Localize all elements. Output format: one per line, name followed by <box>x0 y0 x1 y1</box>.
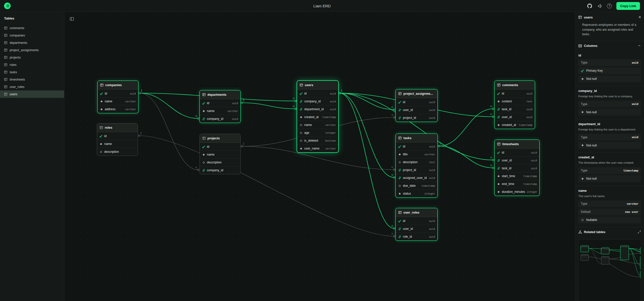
column-type: uuid <box>526 92 532 95</box>
minimap-table-user_roles <box>640 271 641 278</box>
erd-column-user_roles-role_id[interactable]: role_iduuid <box>396 233 437 240</box>
column-type: uuid <box>429 169 435 172</box>
erd-column-tasks-title[interactable]: titlevarchar <box>396 150 437 158</box>
erd-table-project_assignments[interactable]: project_assignme...iduuiduser_iduuidproj… <box>396 89 438 122</box>
column-type: uuid <box>531 167 537 170</box>
erd-table-tasks[interactable]: tasksiduuidtitlevarchardescriptiontextpr… <box>396 134 438 198</box>
erd-column-project_assignments-id[interactable]: iduuid <box>396 98 437 106</box>
sidebar-item-departments[interactable]: departments <box>0 39 64 46</box>
erd-table-header[interactable]: timesheets <box>495 140 539 148</box>
erd-column-comments-task_id[interactable]: task_iduuid <box>495 105 535 113</box>
erd-column-tasks-status[interactable]: statusinteger <box>396 190 437 197</box>
erd-column-comments-user_id[interactable]: user_iduuid <box>495 113 535 121</box>
erd-table-companies[interactable]: companiesiduuidnamevarcharaddressvarchar <box>97 81 138 113</box>
github-icon[interactable] <box>587 3 592 9</box>
chevron-up-icon[interactable] <box>638 44 641 47</box>
erd-table-comments[interactable]: commentsiduuidcontenttexttask_iduuiduser… <box>494 81 535 129</box>
erd-table-departments[interactable]: departmentsiduuidnamevarcharcompany_iduu… <box>200 90 241 123</box>
erd-table-header[interactable]: tasks <box>396 134 437 142</box>
column-name: id <box>304 92 307 95</box>
erd-canvas[interactable]: 1nnn1n1n1nn1nnnnn1nn companiesiduuidname… <box>64 12 575 301</box>
erd-column-user_roles-id[interactable]: iduuid <box>396 217 437 225</box>
erd-column-companies-address[interactable]: addressvarchar <box>98 105 138 113</box>
erd-column-departments-company_id[interactable]: company_iduuid <box>200 115 240 123</box>
liam-logo-icon[interactable] <box>4 3 11 9</box>
erd-column-project_assignments-user_id[interactable]: user_iduuid <box>396 106 437 114</box>
erd-column-projects-description[interactable]: description <box>200 158 240 166</box>
erd-table-header[interactable]: comments <box>495 81 535 89</box>
erd-column-comments-content[interactable]: contenttext <box>495 97 535 105</box>
erd-column-users-company_id[interactable]: company_iduuid <box>297 97 338 105</box>
column-attribute-row: Typeuuid <box>578 101 641 107</box>
related-tables-minimap[interactable] <box>578 239 641 301</box>
erd-column-users-department_id[interactable]: department_iduuid <box>297 105 338 113</box>
erd-column-timesheets-end_time[interactable]: end_timetimestamp <box>495 180 539 188</box>
erd-column-user_roles-user_id[interactable]: user_iduuid <box>396 225 437 233</box>
erd-column-users-is_deleted[interactable]: is_deletedboolean <box>297 137 338 144</box>
erd-column-users-id[interactable]: iduuid <box>297 89 338 97</box>
help-icon[interactable]: ? <box>607 4 612 8</box>
erd-table-header[interactable]: users <box>297 81 338 89</box>
erd-column-roles-name[interactable]: name <box>97 140 138 148</box>
erd-table-header[interactable]: departments <box>200 90 240 99</box>
erd-column-timesheets-id[interactable]: iduuid <box>495 148 539 156</box>
erd-column-tasks-description[interactable]: descriptiontext <box>396 158 437 166</box>
erd-column-project_assignments-project_id[interactable]: project_iduuid <box>396 114 437 122</box>
erd-column-tasks-assigned_user_id[interactable]: assigned_user_iduuid <box>396 174 437 182</box>
erd-column-timesheets-task_id[interactable]: task_iduuid <box>495 164 539 172</box>
column-name: id <box>502 92 504 95</box>
erd-column-users-age[interactable]: ageinteger <box>297 129 338 137</box>
erd-column-comments-created_at[interactable]: created_attimestamp <box>495 121 535 129</box>
announcement-icon[interactable] <box>597 3 602 9</box>
close-panel-icon[interactable]: × <box>639 15 641 19</box>
erd-table-header[interactable]: roles <box>97 123 138 132</box>
erd-table-header[interactable]: companies <box>98 81 138 89</box>
erd-column-roles-id[interactable]: id <box>97 132 138 140</box>
erd-table-header[interactable]: project_assignme... <box>396 89 437 98</box>
erd-column-departments-name[interactable]: namevarchar <box>200 107 240 115</box>
sidebar-item-comments[interactable]: comments <box>0 24 64 32</box>
erd-table-projects[interactable]: projectsidnamedescriptioncompany_id <box>200 134 241 174</box>
sidebar-item-timesheets[interactable]: timesheets <box>0 76 64 83</box>
erd-table-user_roles[interactable]: user_rolesiduuiduser_iduuidrole_iduuid <box>396 208 438 241</box>
erd-column-users-name[interactable]: namevarchar <box>297 121 338 129</box>
columns-section-header[interactable]: Columns <box>575 41 644 51</box>
sidebar-item-user_roles[interactable]: user_roles <box>0 83 64 90</box>
sidebar-item-roles[interactable]: roles <box>0 61 64 68</box>
expand-icon[interactable] <box>638 230 641 234</box>
erd-column-timesheets-user_id[interactable]: user_iduuid <box>495 156 539 164</box>
erd-column-tasks-project_id[interactable]: project_iduuid <box>396 166 437 174</box>
sidebar-item-project_assignments[interactable]: project_assignments <box>0 46 64 54</box>
erd-table-header[interactable]: projects <box>200 134 240 143</box>
erd-column-projects-name[interactable]: name <box>200 150 240 158</box>
erd-table-roles[interactable]: rolesidnamedescription <box>97 123 138 156</box>
erd-column-projects-id[interactable]: id <box>200 143 240 150</box>
erd-column-companies-id[interactable]: iduuid <box>98 89 138 97</box>
column-name: role_id <box>403 235 412 238</box>
sidebar-item-users[interactable]: users <box>0 90 64 98</box>
erd-column-tasks-due_date[interactable]: due_datetimestamp <box>396 182 437 190</box>
sidebar-item-companies[interactable]: companies <box>0 32 64 39</box>
erd-column-timesheets-duration_minutes[interactable]: duration_minutesinteger <box>495 188 539 196</box>
erd-column-users-created_at[interactable]: created_attimestamp <box>297 113 338 121</box>
erd-column-roles-description[interactable]: description <box>97 148 138 156</box>
erd-column-departments-id[interactable]: iduuid <box>200 99 240 107</box>
erd-table-header[interactable]: user_roles <box>396 208 437 217</box>
erd-column-users-user_name[interactable]: user_namevarchar <box>297 144 338 152</box>
copy-link-button[interactable]: Copy Link <box>616 2 640 10</box>
erd-column-companies-name[interactable]: namevarchar <box>98 97 138 105</box>
attribute-label: Type <box>581 61 587 64</box>
column-name: assigned_user_id <box>403 176 427 180</box>
app-title: Liam ERD <box>313 4 331 8</box>
erd-column-projects-company_id[interactable]: company_id <box>200 166 240 174</box>
erd-table-users[interactable]: usersiduuidcompany_iduuiddepartment_iduu… <box>297 81 338 153</box>
key-icon <box>299 92 303 95</box>
erd-column-tasks-id[interactable]: iduuid <box>396 142 437 150</box>
sidebar-item-projects[interactable]: projects <box>0 54 64 61</box>
erd-column-timesheets-start_time[interactable]: start_timetimestamp <box>495 172 539 180</box>
column-type: uuid <box>429 145 435 148</box>
erd-column-comments-id[interactable]: iduuid <box>495 89 535 97</box>
sidebar-toggle-icon[interactable] <box>68 15 75 22</box>
sidebar-item-tasks[interactable]: tasks <box>0 68 64 76</box>
erd-table-timesheets[interactable]: timesheetsiduuiduser_iduuidtask_iduuidst… <box>494 140 540 196</box>
